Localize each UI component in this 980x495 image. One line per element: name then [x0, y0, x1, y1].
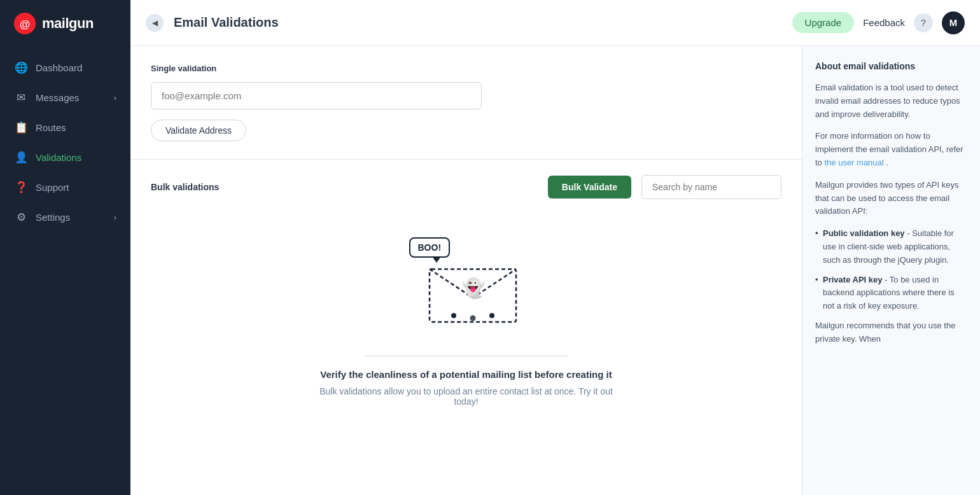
sidebar-item-settings[interactable]: ⚙ Settings ›	[0, 203, 130, 232]
sidebar-item-label: Settings	[36, 212, 70, 223]
bulk-header: Bulk validations Bulk Validate	[151, 175, 781, 199]
empty-state-desc: Bulk validations allow you to upload an …	[314, 386, 619, 407]
user-manual-link[interactable]: the user manual	[824, 158, 883, 167]
mailgun-logo-icon: @	[13, 11, 37, 36]
right-sidebar-title: About email validations	[815, 61, 967, 71]
sidebar-item-messages[interactable]: ✉ Messages ›	[0, 83, 130, 112]
envelope-svg: 👻	[428, 250, 517, 323]
sidebar-item-dashboard[interactable]: 🌐 Dashboard	[0, 53, 130, 82]
sidebar-item-label: Routes	[36, 122, 66, 133]
bulk-validation-section: Bulk validations Bulk Validate BOO!	[130, 160, 802, 495]
svg-text:👻: 👻	[461, 277, 485, 300]
support-icon: ❓	[14, 181, 28, 194]
email-input[interactable]	[151, 82, 482, 109]
right-sidebar-para2: For more information on how to implement…	[815, 130, 967, 169]
header: ◀ Email Validations Upgrade Feedback ? M	[130, 0, 980, 46]
page-title: Email Validations	[174, 15, 782, 30]
svg-text:@: @	[20, 18, 31, 31]
single-validation-section: Single validation Validate Address	[130, 46, 802, 160]
feedback-button[interactable]: Feedback	[863, 17, 905, 28]
dashboard-icon: 🌐	[14, 61, 28, 74]
private-key-label: Private API key	[823, 275, 882, 284]
sidebar: @ mailgun 🌐 Dashboard ✉ Messages › 📋 Rou…	[0, 0, 130, 495]
sidebar-toggle-button[interactable]: ◀	[146, 14, 164, 32]
right-sidebar-para4: Mailgun recommends that you use the priv…	[815, 319, 967, 346]
list-item-public-key: Public validation key - Suitable for use…	[815, 227, 967, 267]
logo[interactable]: @ mailgun	[0, 0, 130, 47]
single-validation-label: Single validation	[151, 64, 781, 73]
logo-text: mailgun	[42, 15, 94, 32]
divider	[365, 356, 568, 356]
svg-point-6	[489, 313, 494, 318]
chevron-right-icon: ›	[114, 94, 116, 102]
ghost-illustration-area: BOO! 👻	[151, 212, 781, 422]
sidebar-nav: 🌐 Dashboard ✉ Messages › 📋 Routes 👤 Vali…	[0, 47, 130, 238]
sidebar-item-label: Support	[36, 182, 69, 193]
list-item-private-key: Private API key - To be used in backend …	[815, 274, 967, 313]
settings-icon: ⚙	[14, 211, 28, 224]
sidebar-item-label: Messages	[36, 92, 79, 103]
search-input[interactable]	[641, 175, 781, 199]
right-sidebar-para1: Email validation is a tool used to detec…	[815, 81, 967, 121]
question-mark-icon: ?	[921, 17, 926, 28]
public-key-label: Public validation key	[823, 228, 905, 238]
sidebar-item-label: Dashboard	[36, 62, 82, 73]
bulk-validation-title: Bulk validations	[151, 182, 538, 192]
content-area: Single validation Validate Address Bulk …	[130, 46, 980, 495]
main-content: Single validation Validate Address Bulk …	[130, 46, 802, 495]
bulk-validate-button[interactable]: Bulk Validate	[548, 176, 631, 199]
sidebar-item-label: Validations	[36, 152, 81, 163]
sidebar-item-routes[interactable]: 📋 Routes	[0, 113, 130, 142]
svg-point-4	[451, 313, 456, 318]
envelope: 👻	[428, 250, 517, 323]
right-sidebar-para3: Mailgun provides two types of API keys t…	[815, 179, 967, 218]
boo-speech-bubble: BOO!	[409, 237, 451, 258]
upgrade-button[interactable]: Upgrade	[792, 12, 855, 33]
empty-state-title: Verify the cleanliness of a potential ma…	[320, 369, 612, 380]
chevron-left-icon: ◀	[152, 18, 158, 27]
main-wrapper: ◀ Email Validations Upgrade Feedback ? M…	[130, 0, 980, 495]
chevron-right-icon: ›	[114, 213, 116, 222]
help-button[interactable]: ?	[914, 13, 933, 32]
routes-icon: 📋	[14, 121, 28, 134]
header-actions: Upgrade Feedback ? M	[792, 11, 965, 34]
avatar[interactable]: M	[942, 11, 965, 34]
api-keys-list: Public validation key - Suitable for use…	[815, 227, 967, 313]
validate-address-button[interactable]: Validate Address	[151, 120, 246, 141]
validations-icon: 👤	[14, 151, 28, 164]
sidebar-item-validations[interactable]: 👤 Validations	[0, 143, 130, 172]
messages-icon: ✉	[14, 91, 28, 104]
sidebar-item-support[interactable]: ❓ Support	[0, 173, 130, 202]
svg-point-5	[470, 316, 475, 321]
avatar-label: M	[949, 17, 958, 28]
right-sidebar: About email validations Email validation…	[802, 46, 980, 495]
